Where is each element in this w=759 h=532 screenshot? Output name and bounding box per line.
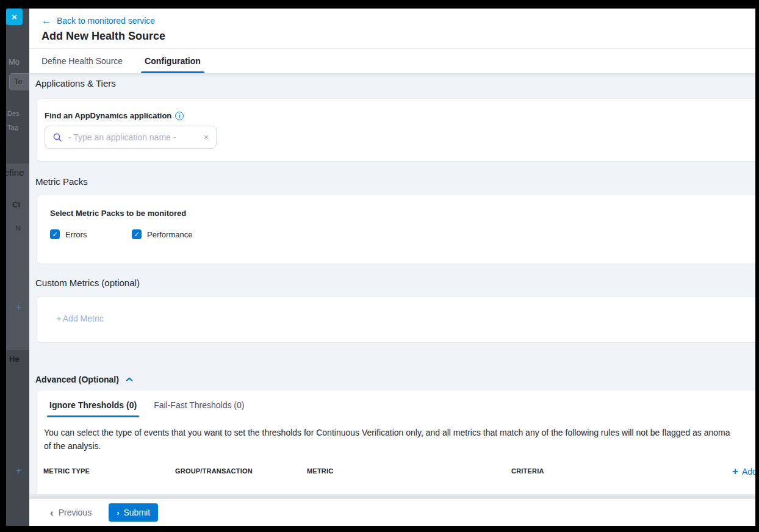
column-header-metric-type: METRIC TYPE [43,467,90,475]
tab-label: Fail-Fast Thresholds (0) [154,400,244,410]
backdrop-text-fragment: He [9,354,20,364]
tab-active-underline [47,415,139,417]
column-header-criteria: CRITERIA [511,467,544,475]
search-placeholder-text: - Type an application name - [68,132,198,142]
checkbox-label: Errors [65,230,87,239]
tab-configuration[interactable]: Configuration [145,49,201,73]
screen: Mo Te Des Tag efine Cl N + He + × ← Back… [0,0,759,532]
page-title: Add New Health Source [41,30,755,43]
submit-button[interactable]: › Submit [109,503,158,522]
column-header-group-transaction: GROUP/TRANSACTION [175,467,253,475]
clear-search-icon[interactable]: × [204,132,209,142]
add-metric-label: Add Metric [63,314,104,323]
errors-checkbox[interactable]: ✓ [50,229,60,239]
backdrop-text-fragment: Mo [9,57,20,66]
add-threshold-button[interactable]: + Add Threshold [732,466,755,478]
add-threshold-label: Add Threshold [742,467,755,476]
tab-active-underline [141,71,204,73]
thresholds-description: You can select the type of events that y… [44,426,755,453]
chevron-right-icon: › [117,509,119,517]
metric-packs-card: Select Metric Packs to be monitored ✓ Er… [37,195,755,264]
advanced-heading-label: Advanced (Optional) [35,374,119,385]
custom-metrics-card: + Add Metric [37,297,755,342]
section-heading-applications-tiers: Applications & Tiers [35,77,755,90]
previous-button[interactable]: ‹ Previous [50,508,92,518]
add-health-source-drawer: ← Back to monitored service Add New Heal… [29,9,755,526]
section-heading-metric-packs: Metric Packs [35,176,755,188]
thresholds-table-header: METRIC TYPE GROUP/TRANSACTION METRIC CRI… [37,467,755,477]
applications-tiers-card: Find an AppDynamics application i - Type… [37,99,755,161]
add-metric-button[interactable]: + Add Metric [56,313,104,323]
back-link-label: Back to monitored service [57,16,155,26]
backdrop-text-fragment: Cl [12,200,20,209]
backdrop-panel [6,164,29,350]
tab-fail-fast-thresholds[interactable]: Fail-Fast Thresholds (0) [154,400,244,417]
description-line: of the analysis. [44,439,755,453]
close-drawer-button[interactable]: × [6,9,23,25]
description-line: You can select the type of events that y… [44,426,755,439]
column-header-metric: METRIC [307,467,333,475]
tab-label: Define Health Source [41,56,123,66]
plus-icon: + [732,466,738,478]
chevron-up-icon [125,376,134,383]
advanced-section-toggle[interactable]: Advanced (Optional) [35,374,134,385]
chevron-left-icon: ‹ [50,508,54,518]
info-icon[interactable]: i [175,112,184,120]
backdrop-plus-fragment: + [16,466,21,476]
backdrop-plus-fragment: + [16,302,21,313]
checkbox-label: Performance [147,230,192,239]
drawer-footer: ‹ Previous › Submit [29,498,755,526]
drawer-header: ← Back to monitored service Add New Heal… [29,9,755,49]
backdrop-text-fragment: Des [7,110,20,117]
previous-label: Previous [59,508,92,517]
metric-pack-option-performance: ✓ Performance [132,229,214,239]
tab-label: Configuration [145,56,201,66]
configuration-content: Applications & Tiers Find an AppDynamics… [29,73,755,498]
modal-backdrop: Mo Te Des Tag efine Cl N + He + [6,9,29,526]
horizontal-scrollbar[interactable] [29,494,755,498]
search-icon [52,132,62,142]
plus-icon: + [56,313,62,323]
performance-checkbox[interactable]: ✓ [132,229,142,239]
tab-ignore-thresholds[interactable]: Ignore Thresholds (0) [49,400,137,417]
metric-packs-subtitle: Select Metric Packs to be monitored [50,209,755,218]
backdrop-text-fragment: N [16,225,21,232]
advanced-thresholds-card: Ignore Thresholds (0) Fail-Fast Threshol… [37,390,755,498]
back-arrow-icon: ← [41,16,51,26]
metric-pack-option-errors: ✓ Errors [50,229,132,239]
back-to-monitored-service-link[interactable]: ← Back to monitored service [41,16,755,26]
backdrop-text-fragment: efine [6,167,24,178]
application-search-input[interactable]: - Type an application name - × [45,126,217,149]
backdrop-text-fragment: Te [14,77,23,86]
backdrop-text-fragment: Tag [7,124,18,131]
section-heading-custom-metrics: Custom Metrics (optional) [35,277,755,289]
search-field-label: Find an AppDynamics application [45,111,171,120]
submit-label: Submit [123,508,150,517]
close-icon: × [12,12,17,22]
wizard-tabbar: Define Health Source Configuration [29,49,755,73]
thresholds-tabbar: Ignore Thresholds (0) Fail-Fast Threshol… [49,400,755,417]
tab-label: Ignore Thresholds (0) [49,400,137,410]
tab-define-health-source[interactable]: Define Health Source [41,49,123,73]
